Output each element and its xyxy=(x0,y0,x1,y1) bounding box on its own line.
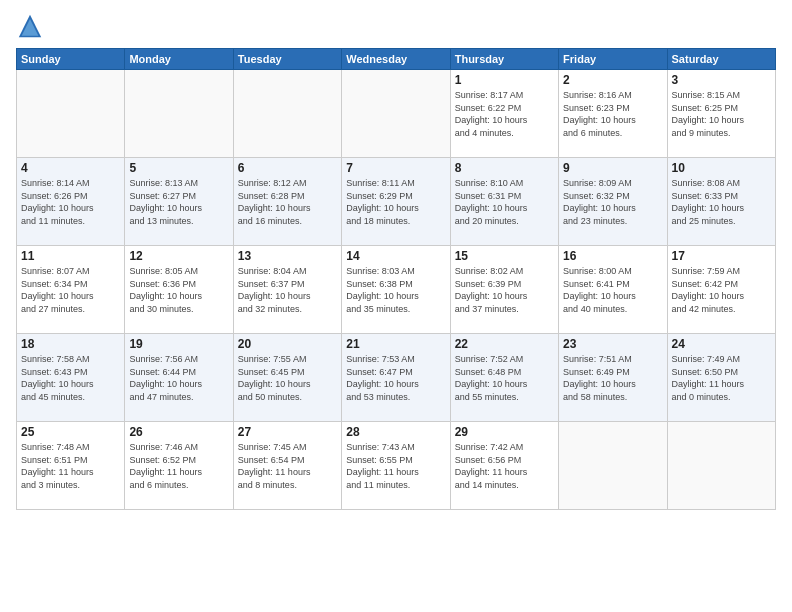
calendar-cell: 10Sunrise: 8:08 AM Sunset: 6:33 PM Dayli… xyxy=(667,158,775,246)
calendar-cell: 19Sunrise: 7:56 AM Sunset: 6:44 PM Dayli… xyxy=(125,334,233,422)
header xyxy=(16,12,776,40)
day-info: Sunrise: 7:51 AM Sunset: 6:49 PM Dayligh… xyxy=(563,353,662,403)
day-number: 8 xyxy=(455,161,554,175)
calendar-header-tuesday: Tuesday xyxy=(233,49,341,70)
calendar-cell: 25Sunrise: 7:48 AM Sunset: 6:51 PM Dayli… xyxy=(17,422,125,510)
day-number: 19 xyxy=(129,337,228,351)
calendar-header-monday: Monday xyxy=(125,49,233,70)
day-info: Sunrise: 7:55 AM Sunset: 6:45 PM Dayligh… xyxy=(238,353,337,403)
calendar-cell: 23Sunrise: 7:51 AM Sunset: 6:49 PM Dayli… xyxy=(559,334,667,422)
calendar-cell: 2Sunrise: 8:16 AM Sunset: 6:23 PM Daylig… xyxy=(559,70,667,158)
day-number: 1 xyxy=(455,73,554,87)
calendar-header-wednesday: Wednesday xyxy=(342,49,450,70)
day-number: 28 xyxy=(346,425,445,439)
calendar-cell xyxy=(559,422,667,510)
day-number: 23 xyxy=(563,337,662,351)
day-number: 20 xyxy=(238,337,337,351)
calendar-cell xyxy=(233,70,341,158)
calendar-cell: 16Sunrise: 8:00 AM Sunset: 6:41 PM Dayli… xyxy=(559,246,667,334)
calendar-cell: 8Sunrise: 8:10 AM Sunset: 6:31 PM Daylig… xyxy=(450,158,558,246)
day-number: 29 xyxy=(455,425,554,439)
day-info: Sunrise: 8:05 AM Sunset: 6:36 PM Dayligh… xyxy=(129,265,228,315)
day-info: Sunrise: 8:07 AM Sunset: 6:34 PM Dayligh… xyxy=(21,265,120,315)
day-number: 18 xyxy=(21,337,120,351)
calendar-cell: 4Sunrise: 8:14 AM Sunset: 6:26 PM Daylig… xyxy=(17,158,125,246)
calendar-week-2: 4Sunrise: 8:14 AM Sunset: 6:26 PM Daylig… xyxy=(17,158,776,246)
calendar-cell: 12Sunrise: 8:05 AM Sunset: 6:36 PM Dayli… xyxy=(125,246,233,334)
calendar-cell: 9Sunrise: 8:09 AM Sunset: 6:32 PM Daylig… xyxy=(559,158,667,246)
day-info: Sunrise: 8:17 AM Sunset: 6:22 PM Dayligh… xyxy=(455,89,554,139)
day-number: 7 xyxy=(346,161,445,175)
calendar-cell: 26Sunrise: 7:46 AM Sunset: 6:52 PM Dayli… xyxy=(125,422,233,510)
day-info: Sunrise: 7:56 AM Sunset: 6:44 PM Dayligh… xyxy=(129,353,228,403)
day-number: 24 xyxy=(672,337,771,351)
calendar-cell: 6Sunrise: 8:12 AM Sunset: 6:28 PM Daylig… xyxy=(233,158,341,246)
day-info: Sunrise: 8:03 AM Sunset: 6:38 PM Dayligh… xyxy=(346,265,445,315)
day-number: 14 xyxy=(346,249,445,263)
day-info: Sunrise: 7:48 AM Sunset: 6:51 PM Dayligh… xyxy=(21,441,120,491)
day-number: 3 xyxy=(672,73,771,87)
calendar-cell: 13Sunrise: 8:04 AM Sunset: 6:37 PM Dayli… xyxy=(233,246,341,334)
calendar-cell: 28Sunrise: 7:43 AM Sunset: 6:55 PM Dayli… xyxy=(342,422,450,510)
calendar-header-thursday: Thursday xyxy=(450,49,558,70)
calendar-cell xyxy=(342,70,450,158)
day-number: 10 xyxy=(672,161,771,175)
calendar-cell: 17Sunrise: 7:59 AM Sunset: 6:42 PM Dayli… xyxy=(667,246,775,334)
day-number: 6 xyxy=(238,161,337,175)
day-info: Sunrise: 8:08 AM Sunset: 6:33 PM Dayligh… xyxy=(672,177,771,227)
day-number: 13 xyxy=(238,249,337,263)
calendar-cell xyxy=(125,70,233,158)
day-info: Sunrise: 7:46 AM Sunset: 6:52 PM Dayligh… xyxy=(129,441,228,491)
day-info: Sunrise: 7:53 AM Sunset: 6:47 PM Dayligh… xyxy=(346,353,445,403)
calendar-cell: 1Sunrise: 8:17 AM Sunset: 6:22 PM Daylig… xyxy=(450,70,558,158)
calendar-cell: 14Sunrise: 8:03 AM Sunset: 6:38 PM Dayli… xyxy=(342,246,450,334)
calendar-cell: 27Sunrise: 7:45 AM Sunset: 6:54 PM Dayli… xyxy=(233,422,341,510)
calendar-cell: 7Sunrise: 8:11 AM Sunset: 6:29 PM Daylig… xyxy=(342,158,450,246)
day-info: Sunrise: 8:11 AM Sunset: 6:29 PM Dayligh… xyxy=(346,177,445,227)
calendar-cell: 21Sunrise: 7:53 AM Sunset: 6:47 PM Dayli… xyxy=(342,334,450,422)
day-number: 11 xyxy=(21,249,120,263)
calendar-header-saturday: Saturday xyxy=(667,49,775,70)
day-number: 4 xyxy=(21,161,120,175)
day-info: Sunrise: 7:52 AM Sunset: 6:48 PM Dayligh… xyxy=(455,353,554,403)
day-number: 5 xyxy=(129,161,228,175)
day-number: 9 xyxy=(563,161,662,175)
day-info: Sunrise: 8:04 AM Sunset: 6:37 PM Dayligh… xyxy=(238,265,337,315)
calendar-cell: 3Sunrise: 8:15 AM Sunset: 6:25 PM Daylig… xyxy=(667,70,775,158)
day-number: 26 xyxy=(129,425,228,439)
calendar-week-1: 1Sunrise: 8:17 AM Sunset: 6:22 PM Daylig… xyxy=(17,70,776,158)
day-info: Sunrise: 8:09 AM Sunset: 6:32 PM Dayligh… xyxy=(563,177,662,227)
calendar-cell: 22Sunrise: 7:52 AM Sunset: 6:48 PM Dayli… xyxy=(450,334,558,422)
day-number: 21 xyxy=(346,337,445,351)
calendar-table: SundayMondayTuesdayWednesdayThursdayFrid… xyxy=(16,48,776,510)
day-info: Sunrise: 8:16 AM Sunset: 6:23 PM Dayligh… xyxy=(563,89,662,139)
calendar-week-5: 25Sunrise: 7:48 AM Sunset: 6:51 PM Dayli… xyxy=(17,422,776,510)
day-info: Sunrise: 8:13 AM Sunset: 6:27 PM Dayligh… xyxy=(129,177,228,227)
day-number: 22 xyxy=(455,337,554,351)
day-info: Sunrise: 7:45 AM Sunset: 6:54 PM Dayligh… xyxy=(238,441,337,491)
day-info: Sunrise: 8:02 AM Sunset: 6:39 PM Dayligh… xyxy=(455,265,554,315)
calendar-header-sunday: Sunday xyxy=(17,49,125,70)
day-info: Sunrise: 7:59 AM Sunset: 6:42 PM Dayligh… xyxy=(672,265,771,315)
calendar-cell: 5Sunrise: 8:13 AM Sunset: 6:27 PM Daylig… xyxy=(125,158,233,246)
day-info: Sunrise: 7:43 AM Sunset: 6:55 PM Dayligh… xyxy=(346,441,445,491)
day-info: Sunrise: 7:42 AM Sunset: 6:56 PM Dayligh… xyxy=(455,441,554,491)
logo xyxy=(16,12,48,40)
generalblue-logo-icon xyxy=(16,12,44,40)
day-number: 17 xyxy=(672,249,771,263)
day-number: 25 xyxy=(21,425,120,439)
calendar-cell: 20Sunrise: 7:55 AM Sunset: 6:45 PM Dayli… xyxy=(233,334,341,422)
calendar-cell: 15Sunrise: 8:02 AM Sunset: 6:39 PM Dayli… xyxy=(450,246,558,334)
day-info: Sunrise: 8:14 AM Sunset: 6:26 PM Dayligh… xyxy=(21,177,120,227)
calendar-cell: 18Sunrise: 7:58 AM Sunset: 6:43 PM Dayli… xyxy=(17,334,125,422)
calendar-cell: 24Sunrise: 7:49 AM Sunset: 6:50 PM Dayli… xyxy=(667,334,775,422)
calendar-header-friday: Friday xyxy=(559,49,667,70)
calendar-cell: 29Sunrise: 7:42 AM Sunset: 6:56 PM Dayli… xyxy=(450,422,558,510)
day-number: 12 xyxy=(129,249,228,263)
page: SundayMondayTuesdayWednesdayThursdayFrid… xyxy=(0,0,792,612)
calendar-cell xyxy=(17,70,125,158)
calendar-header-row: SundayMondayTuesdayWednesdayThursdayFrid… xyxy=(17,49,776,70)
calendar-week-4: 18Sunrise: 7:58 AM Sunset: 6:43 PM Dayli… xyxy=(17,334,776,422)
calendar-week-3: 11Sunrise: 8:07 AM Sunset: 6:34 PM Dayli… xyxy=(17,246,776,334)
calendar-cell: 11Sunrise: 8:07 AM Sunset: 6:34 PM Dayli… xyxy=(17,246,125,334)
